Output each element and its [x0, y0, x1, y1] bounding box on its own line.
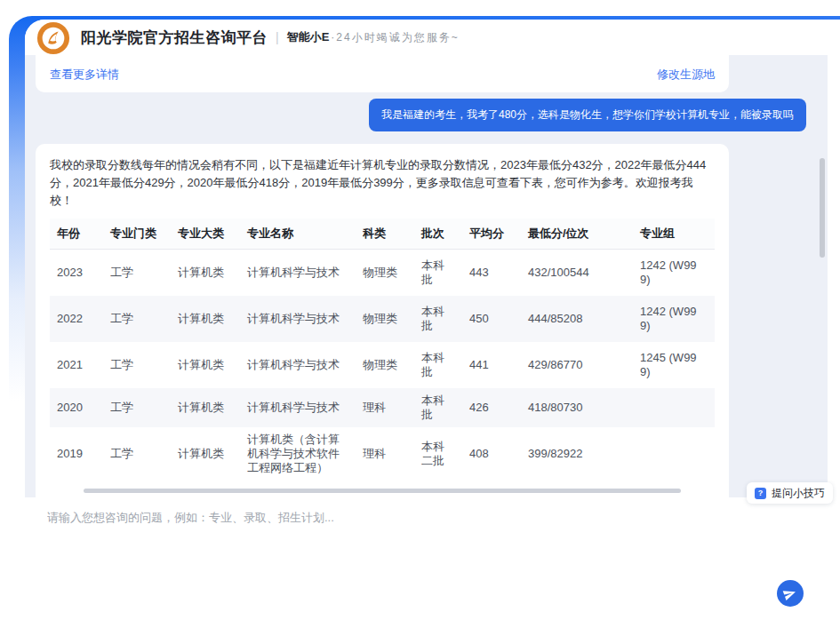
- table-header-row: 年份 专业门类 专业大类 专业名称 科类 批次 平均分 最低分/位次 专业组 选…: [50, 219, 715, 250]
- cell-avg: 443: [462, 250, 521, 297]
- cell-year: 2023: [50, 250, 103, 297]
- cell-year: 2021: [50, 342, 103, 388]
- cell-subject: 物理类: [356, 296, 414, 342]
- col-year: 年份: [50, 219, 103, 250]
- col-batch: 批次: [414, 219, 462, 250]
- chat-area: 查看更多详情 修改生源地 我是福建的考生，我考了480分，选科是物化生，想学你们…: [25, 55, 828, 497]
- cell-batch: 本科批: [414, 296, 462, 342]
- previous-answer-card: 查看更多详情 修改生源地: [36, 55, 729, 92]
- cell-group: 1242 (W999): [633, 296, 709, 342]
- col-subject: 科类: [356, 219, 414, 250]
- cell-group: [633, 388, 709, 427]
- cell-clipped: [709, 427, 715, 481]
- cell-subject: 理科: [356, 388, 414, 427]
- question-tips-badge[interactable]: ? 提问小技巧: [747, 482, 833, 504]
- page: 阳光学院官方招生咨询平台 | 智能小E ·24小时竭诚为您服务~ 查看更多详情 …: [0, 0, 840, 620]
- cell-subject: 物理类: [356, 250, 414, 297]
- cell-min-rank: 432/100544: [521, 250, 633, 297]
- cell-group: 1242 (W999): [633, 250, 709, 297]
- bot-tagline: ·24小时竭诚为您服务~: [331, 30, 459, 45]
- title-separator: |: [276, 30, 279, 44]
- col-clipped: 选考: [709, 219, 715, 250]
- col-avg: 平均分: [462, 219, 521, 250]
- user-message-row: 我是福建的考生，我考了480分，选科是物化生，想学你们学校计算机专业，能被录取吗: [36, 99, 828, 131]
- scores-table-container: 年份 专业门类 专业大类 专业名称 科类 批次 平均分 最低分/位次 专业组 选…: [50, 219, 715, 481]
- cell-subject: 物理类: [356, 342, 414, 388]
- cell-batch: 本科二批: [414, 427, 462, 481]
- cell-min-rank: 429/86770: [521, 342, 633, 388]
- cell-clipped: [709, 388, 715, 427]
- paper-plane-icon: [781, 584, 798, 601]
- cell-clipped: 首选: [709, 250, 715, 297]
- table-row: 2019 工学 计算机类 计算机类（含计算机科学与技术软件工程网络工程） 理科 …: [50, 427, 715, 481]
- cell-major-class: 计算机类: [171, 427, 240, 481]
- cell-major-name: 计算机科学与技术: [240, 296, 356, 342]
- cell-avg: 441: [462, 342, 521, 388]
- table-horizontal-scrollbar[interactable]: [84, 489, 681, 493]
- view-more-details-link[interactable]: 查看更多详情: [50, 67, 119, 83]
- bot-name: 智能小E: [287, 29, 330, 45]
- bot-answer-card: 我校的录取分数线每年的情况会稍有不同，以下是福建近年计算机专业的录取分数情况，2…: [36, 144, 729, 536]
- cell-avg: 426: [462, 388, 521, 427]
- send-button[interactable]: [777, 580, 804, 607]
- cell-major-class: 计算机类: [171, 342, 240, 388]
- modify-origin-link[interactable]: 修改生源地: [657, 67, 715, 83]
- cell-group: 1245 (W999): [633, 342, 709, 388]
- table-row: 2023 工学 计算机类 计算机科学与技术 物理类 本科批 443 432/10…: [50, 250, 715, 297]
- cell-min-rank: 444/85208: [521, 296, 633, 342]
- col-major-class: 专业大类: [171, 219, 240, 250]
- bot-answer-text: 我校的录取分数线每年的情况会稍有不同，以下是福建近年计算机专业的录取分数情况，2…: [50, 156, 715, 210]
- cell-batch: 本科批: [414, 342, 462, 388]
- col-major-name: 专业名称: [240, 219, 356, 250]
- cell-clipped: 首选: [709, 342, 715, 388]
- cell-subject: 理科: [356, 427, 414, 481]
- cell-category: 工学: [103, 250, 171, 297]
- cell-major-name: 计算机科学与技术: [240, 388, 356, 427]
- school-logo-icon: [36, 21, 70, 55]
- cell-year: 2020: [50, 388, 103, 427]
- cell-batch: 本科批: [414, 388, 462, 427]
- cell-category: 工学: [103, 427, 171, 481]
- cell-major-name: 计算机科学与技术: [240, 250, 356, 297]
- header: 阳光学院官方招生咨询平台 | 智能小E ·24小时竭诚为您服务~: [25, 20, 840, 55]
- cell-batch: 本科批: [414, 250, 462, 297]
- question-mark-icon: ?: [755, 488, 766, 499]
- admission-scores-table: 年份 专业门类 专业大类 专业名称 科类 批次 平均分 最低分/位次 专业组 选…: [50, 219, 715, 481]
- cell-clipped: 首选: [709, 296, 715, 342]
- cell-major-class: 计算机类: [171, 296, 240, 342]
- col-category: 专业门类: [103, 219, 171, 250]
- page-title: 阳光学院官方招生咨询平台: [81, 28, 268, 48]
- cell-min-rank: 399/82922: [521, 427, 633, 481]
- message-input-area: [25, 497, 840, 620]
- table-row: 2021 工学 计算机类 计算机科学与技术 物理类 本科批 441 429/86…: [50, 342, 715, 388]
- cell-major-class: 计算机类: [171, 250, 240, 297]
- table-row: 2022 工学 计算机类 计算机科学与技术 物理类 本科批 450 444/85…: [50, 296, 715, 342]
- cell-group: [633, 427, 709, 481]
- question-input[interactable]: [47, 510, 769, 581]
- cell-year: 2022: [50, 296, 103, 342]
- cell-category: 工学: [103, 296, 171, 342]
- cell-major-name: 计算机类（含计算机科学与技术软件工程网络工程）: [240, 427, 356, 481]
- user-message-bubble: 我是福建的考生，我考了480分，选科是物化生，想学你们学校计算机专业，能被录取吗: [369, 99, 806, 131]
- cell-major-name: 计算机科学与技术: [240, 342, 356, 388]
- chat-vertical-scrollbar[interactable]: [820, 158, 825, 258]
- table-row: 2020 工学 计算机类 计算机科学与技术 理科 本科批 426 418/807…: [50, 388, 715, 427]
- cell-category: 工学: [103, 388, 171, 427]
- cell-avg: 408: [462, 427, 521, 481]
- cell-min-rank: 418/80730: [521, 388, 633, 427]
- col-group: 专业组: [633, 219, 709, 250]
- main-panel: 阳光学院官方招生咨询平台 | 智能小E ·24小时竭诚为您服务~ 查看更多详情 …: [25, 20, 840, 620]
- col-min-rank: 最低分/位次: [521, 219, 633, 250]
- cell-year: 2019: [50, 427, 103, 481]
- tips-label: 提问小技巧: [772, 486, 825, 501]
- cell-major-class: 计算机类: [171, 388, 240, 427]
- cell-category: 工学: [103, 342, 171, 388]
- cell-avg: 450: [462, 296, 521, 342]
